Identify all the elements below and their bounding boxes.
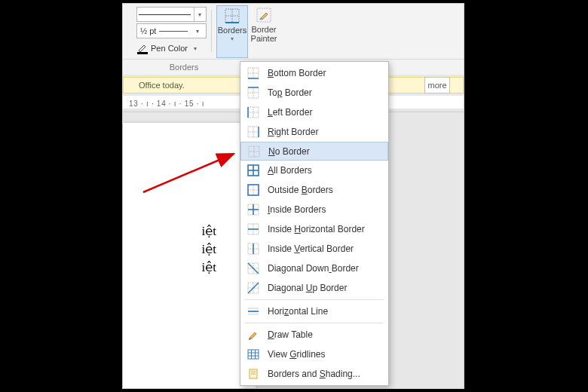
line-style-preview	[139, 14, 191, 15]
right-border-icon	[247, 125, 260, 139]
chevron-down-icon: ▾	[192, 24, 203, 38]
menu-item-left[interactable]: Left Border	[240, 103, 388, 122]
insidev-border-icon	[247, 242, 260, 256]
bottom-border-icon	[247, 66, 260, 80]
svg-rect-31	[248, 185, 259, 195]
pen-icon	[136, 42, 149, 54]
all-border-icon	[247, 164, 260, 177]
menu-item-gridlines[interactable]: View Gridlines	[240, 345, 388, 364]
svg-rect-59	[248, 350, 259, 359]
chevron-down-icon: ▾	[231, 35, 234, 44]
menu-item-top[interactable]: Top Border	[240, 83, 388, 103]
menu-item-label: Right Border	[268, 127, 382, 137]
menu-item-insideh[interactable]: Inside Horizontal Border	[240, 219, 388, 239]
menu-item-insidev[interactable]: Inside Vertical Border	[240, 239, 388, 259]
draw-border-icon	[247, 328, 260, 341]
text-line: iệt	[123, 222, 256, 240]
menu-item-label: Borders and Shading...	[268, 369, 382, 379]
menu-item-shading[interactable]: Borders and Shading...	[240, 364, 388, 384]
pen-color-dropdown[interactable]: Pen Color ▾	[136, 40, 207, 57]
menu-item-draw[interactable]: Draw Table	[240, 325, 388, 345]
menu-item-hline[interactable]: Horizontal Line	[240, 302, 388, 321]
svg-rect-22	[249, 146, 259, 157]
text-line: iệt	[123, 240, 256, 259]
line-style-dropdown[interactable]: ▾	[136, 7, 207, 22]
menu-item-label: No Border	[268, 146, 381, 157]
menu-item-bottom[interactable]: Bottom Border	[240, 63, 388, 83]
weight-line-preview	[159, 31, 188, 32]
menu-item-label: Diagonal Down Border	[268, 263, 382, 274]
text-line: iệt	[123, 259, 256, 277]
menu-item-outside[interactable]: Outside Borders	[240, 180, 388, 200]
menu-item-none[interactable]: No Border	[240, 142, 388, 161]
svg-line-51	[248, 263, 259, 274]
learn-more-label: more	[427, 81, 446, 90]
insideh-border-icon	[247, 222, 260, 236]
top-border-icon	[247, 86, 260, 100]
left-border-icon	[247, 106, 260, 119]
menu-item-label: Bottom Border	[268, 68, 382, 78]
ruler-ticks: 13 · ı · 14 · ı · 15 · ı	[129, 100, 204, 108]
menu-separator	[245, 299, 384, 300]
borders-dropdown-menu: Bottom BorderTop BorderLeft BorderRight …	[240, 61, 389, 386]
line-weight-value: ½ pt	[140, 26, 156, 35]
menu-item-label: Horizontal Line	[268, 306, 382, 317]
menu-separator	[245, 323, 384, 323]
svg-rect-6	[248, 68, 259, 78]
gridlines-border-icon	[247, 348, 260, 361]
menu-item-label: Outside Borders	[268, 185, 382, 195]
ribbon-divider	[211, 10, 212, 52]
menu-item-right[interactable]: Right Border	[240, 122, 388, 142]
menu-item-label: All Borders	[268, 165, 382, 176]
ribbon-borders-chunk: ▾ ½ pt ▾ Pen Color ▾	[123, 4, 464, 60]
svg-point-5	[260, 18, 262, 20]
pen-color-label: Pen Color	[151, 44, 188, 53]
line-weight-dropdown[interactable]: ½ pt ▾	[136, 23, 207, 38]
chevron-down-icon: ▾	[194, 8, 204, 21]
menu-item-diagup[interactable]: Diagonal Up Border	[240, 278, 388, 298]
diagup-border-icon	[247, 281, 260, 295]
borders-split-button[interactable]: Borders ▾	[216, 5, 248, 58]
menu-item-all[interactable]: All Borders	[240, 161, 388, 180]
chevron-down-icon: ▾	[190, 40, 201, 57]
border-painter-label-1: Border	[251, 25, 276, 34]
menu-item-label: Top Border	[268, 87, 382, 98]
menu-item-label: Draw Table	[268, 329, 382, 340]
word-window-crop: ▾ ½ pt ▾ Pen Color ▾	[122, 3, 464, 389]
inside-border-icon	[247, 203, 260, 216]
menu-item-label: View Gridlines	[268, 349, 382, 360]
borders-button-label: Borders	[218, 26, 247, 35]
outside-border-icon	[247, 183, 260, 197]
menu-item-label: Diagonal Up Border	[268, 283, 382, 293]
paint-brush-icon	[256, 7, 272, 23]
learn-more-button[interactable]: more	[424, 77, 450, 93]
menu-item-label: Inside Vertical Border	[268, 243, 382, 254]
svg-rect-34	[248, 185, 259, 195]
svg-rect-18	[248, 127, 259, 137]
borders-icon	[224, 8, 240, 24]
page[interactable]: iệt iệt iệt	[123, 123, 256, 388]
svg-rect-10	[248, 87, 259, 98]
menu-item-inside[interactable]: Inside Borders	[240, 200, 388, 219]
border-painter-label-2: Painter	[251, 34, 277, 43]
menu-item-label: Inside Horizontal Border	[268, 224, 382, 234]
ribbon-group-label: Borders	[150, 63, 218, 72]
shading-border-icon	[247, 367, 260, 381]
diagdown-border-icon	[247, 262, 260, 275]
none-border-icon	[247, 145, 261, 158]
menu-item-diagdown[interactable]: Diagonal Down Border	[240, 259, 388, 278]
svg-rect-14	[248, 107, 259, 118]
menu-item-label: Inside Borders	[268, 204, 382, 215]
menu-item-label: Left Border	[268, 107, 382, 118]
svg-line-55	[248, 283, 259, 293]
message-bar-text: Office today.	[139, 81, 185, 90]
border-painter-button[interactable]: Border Painter	[248, 5, 280, 58]
hline-border-icon	[247, 305, 260, 318]
